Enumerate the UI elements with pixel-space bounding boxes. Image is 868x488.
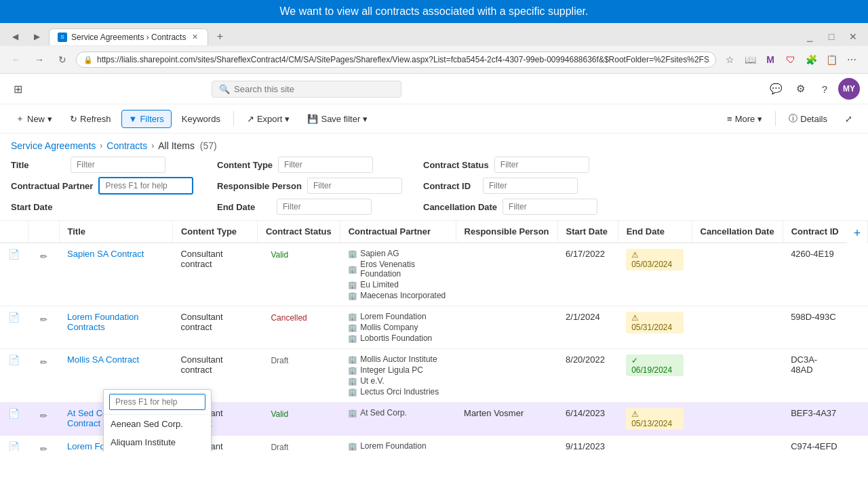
row-icon1: 📄 bbox=[0, 306, 28, 349]
partner-item: 🏢Integer Ligula PC bbox=[348, 365, 448, 375]
browser-nav-bar: ← → ↻ 🔒 ☆ 📖 M 🛡 🧩 📋 ⋯ bbox=[0, 46, 868, 73]
toolbar-separator bbox=[233, 111, 234, 126]
breadcrumb-service-agreements[interactable]: Service Agreements bbox=[11, 140, 96, 151]
edit-button[interactable]: ✏ bbox=[36, 441, 51, 451]
contractual-partner-filter-input[interactable] bbox=[98, 177, 193, 195]
edit-button[interactable]: ✏ bbox=[36, 354, 51, 369]
row-empty bbox=[848, 403, 868, 436]
dropdown-search-input[interactable] bbox=[109, 394, 205, 410]
expand-icon: ⤢ bbox=[845, 114, 852, 124]
add-column-button[interactable]: + bbox=[847, 221, 867, 245]
row-responsible-person bbox=[456, 243, 557, 306]
help-icon-btn[interactable]: ? bbox=[814, 78, 835, 100]
read-mode-icon[interactable]: 📖 bbox=[741, 50, 760, 69]
keywords-button[interactable]: Keywords bbox=[174, 110, 228, 128]
save-filter-label: Save filter bbox=[321, 114, 360, 124]
details-button[interactable]: ⓘ Details bbox=[781, 108, 835, 129]
title-filter-input[interactable] bbox=[71, 157, 165, 173]
avatar[interactable]: MY bbox=[838, 78, 860, 100]
row-contract-id: C974-4EFD bbox=[783, 436, 847, 452]
new-button[interactable]: ＋ New ▾ bbox=[8, 108, 60, 129]
breadcrumb: Service Agreements › Contracts › All Ite… bbox=[0, 134, 868, 157]
end-date-badge: ⚠ 05/13/2024 bbox=[626, 408, 684, 430]
refresh-button[interactable]: ↻ Refresh bbox=[62, 110, 119, 128]
dropdown-item[interactable]: Aenean Sed Corp. bbox=[104, 415, 211, 433]
row-empty bbox=[848, 243, 868, 306]
col-cancellation-date[interactable]: Cancellation Date bbox=[692, 221, 783, 243]
search-bar: 🔍 bbox=[212, 81, 401, 98]
breadcrumb-contracts[interactable]: Contracts bbox=[106, 140, 147, 151]
announcement-banner: We want to view all contracts associated… bbox=[0, 0, 868, 23]
row-title[interactable]: Lorem Foundation Contracts bbox=[59, 306, 172, 349]
app-grid-button[interactable]: ⊞ bbox=[8, 79, 27, 98]
edit-button[interactable]: ✏ bbox=[36, 249, 51, 264]
partner-icon: 🏢 bbox=[348, 377, 357, 386]
settings-icon[interactable]: ⋯ bbox=[842, 50, 861, 69]
browser-forward-btn[interactable]: ▶ bbox=[27, 27, 46, 46]
ms-icon[interactable]: M bbox=[761, 50, 780, 69]
row-cancellation-date bbox=[692, 436, 783, 452]
row-cancellation-date bbox=[692, 243, 783, 306]
search-input[interactable] bbox=[234, 84, 383, 94]
row-title[interactable]: Sapien SA Contract bbox=[59, 243, 172, 306]
settings-icon-btn[interactable]: ⚙ bbox=[789, 78, 811, 100]
col-contract-id[interactable]: Contract ID bbox=[783, 221, 847, 243]
breadcrumb-sep-2: › bbox=[151, 141, 154, 150]
end-date-filter-label: End Date bbox=[217, 202, 271, 212]
contract-status-filter-input[interactable] bbox=[494, 157, 589, 173]
partner-item: 🏢Maecenas Incorporated bbox=[348, 291, 448, 300]
address-bar[interactable]: 🔒 bbox=[76, 52, 716, 68]
row-partners: 🏢Mollis Auctor Institute🏢Integer Ligula … bbox=[340, 349, 456, 403]
status-badge: Cancelled bbox=[265, 312, 312, 324]
col-end-date[interactable]: End Date bbox=[618, 221, 692, 243]
title-filter-label: Title bbox=[11, 160, 65, 170]
save-filter-button[interactable]: 💾 Save filter ▾ bbox=[300, 110, 375, 128]
col-responsible-person[interactable]: Responsible Person bbox=[456, 221, 557, 243]
browser-restore[interactable]: □ bbox=[822, 27, 841, 46]
browser-tab[interactable]: S Service Agreements › Contracts ✕ bbox=[49, 28, 208, 45]
partner-icon: 🏢 bbox=[348, 312, 357, 321]
table-wrapper: Title Content Type Contract Status Contr… bbox=[0, 221, 868, 451]
browser-close[interactable]: ✕ bbox=[844, 27, 863, 46]
reload-button[interactable]: ↻ bbox=[53, 50, 72, 69]
browser-back-btn[interactable]: ◀ bbox=[5, 27, 24, 46]
edit-button[interactable]: ✏ bbox=[36, 312, 51, 327]
extensions-icon[interactable]: 🧩 bbox=[802, 50, 821, 69]
row-icon1: 📄 bbox=[0, 436, 28, 452]
contract-id-filter-input[interactable] bbox=[483, 178, 578, 194]
dropdown-item[interactable]: Aliquam Institute bbox=[104, 433, 211, 451]
collections-icon[interactable]: 📋 bbox=[822, 50, 841, 69]
shield-icon[interactable]: 🛡 bbox=[781, 50, 800, 69]
end-date-filter-input[interactable] bbox=[277, 199, 372, 215]
info-icon: ⓘ bbox=[789, 113, 797, 125]
announcement-text: We want to view all contracts associated… bbox=[279, 5, 588, 17]
chat-icon-btn[interactable]: 💬 bbox=[765, 78, 787, 100]
col-contract-status[interactable]: Contract Status bbox=[257, 221, 340, 243]
row-contract-status: Cancelled bbox=[257, 306, 340, 349]
expand-button[interactable]: ⤢ bbox=[837, 110, 860, 128]
row-contract-status: Valid bbox=[257, 243, 340, 306]
cancellation-date-filter-input[interactable] bbox=[502, 199, 597, 215]
row-partners: 🏢At Sed Corp. bbox=[340, 403, 456, 436]
star-icon[interactable]: ☆ bbox=[720, 50, 739, 69]
filters-button[interactable]: ▼ Filters bbox=[121, 110, 172, 128]
more-button[interactable]: ≡ More ▾ bbox=[719, 110, 770, 128]
row-empty bbox=[848, 306, 868, 349]
url-input[interactable] bbox=[97, 55, 709, 64]
col-icon2 bbox=[28, 221, 59, 243]
content-type-filter-input[interactable] bbox=[278, 157, 373, 173]
edit-button[interactable]: ✏ bbox=[36, 408, 51, 423]
export-button[interactable]: ↗ Export ▾ bbox=[239, 110, 298, 128]
forward-button[interactable]: → bbox=[30, 50, 49, 69]
col-start-date[interactable]: Start Date bbox=[557, 221, 618, 243]
responsible-person-filter-input[interactable] bbox=[307, 178, 402, 194]
new-tab-button[interactable]: + bbox=[211, 28, 229, 45]
export-icon: ↗ bbox=[247, 114, 254, 124]
col-content-type[interactable]: Content Type bbox=[172, 221, 257, 243]
col-title[interactable]: Title bbox=[59, 221, 172, 243]
browser-minimize[interactable]: ⎯ bbox=[800, 27, 819, 46]
col-contractual-partner[interactable]: Contractual Partner bbox=[340, 221, 456, 243]
back-button[interactable]: ← bbox=[7, 50, 26, 69]
tab-close-btn[interactable]: ✕ bbox=[190, 33, 199, 42]
partner-item: 🏢Ut e.V. bbox=[348, 376, 448, 386]
